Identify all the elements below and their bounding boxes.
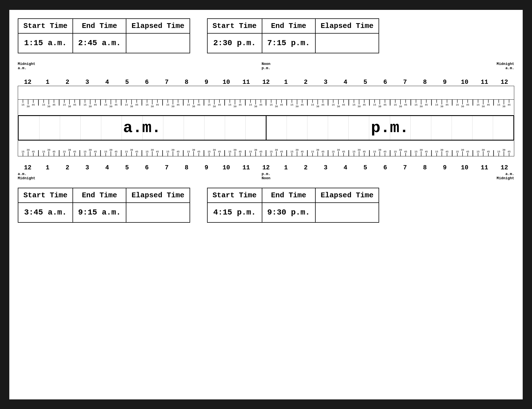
svg-rect-0 bbox=[18, 86, 514, 100]
svg-text:45: 45 bbox=[363, 104, 366, 106]
svg-text:30: 30 bbox=[172, 105, 175, 108]
svg-text:30: 30 bbox=[27, 105, 30, 108]
svg-text:45: 45 bbox=[425, 104, 428, 106]
pm-label: p.m. bbox=[267, 116, 514, 140]
svg-text:30: 30 bbox=[358, 149, 361, 152]
br-start-time: 4:15 p.m. bbox=[207, 203, 262, 222]
svg-text:45: 45 bbox=[115, 150, 118, 153]
top-right-midnight-label: Midnight a.m. bbox=[497, 62, 514, 70]
ampm-box: a.m. p.m. bbox=[18, 115, 514, 141]
svg-text:15: 15 bbox=[476, 150, 480, 153]
bl-elapsed bbox=[126, 203, 190, 222]
svg-text:15: 15 bbox=[352, 104, 355, 106]
svg-text:45: 45 bbox=[383, 104, 386, 106]
top-left-table: Start Time End Time Elapsed Time 1:15 a.… bbox=[18, 18, 190, 53]
svg-text:30: 30 bbox=[151, 149, 154, 152]
svg-text:45: 45 bbox=[445, 104, 449, 106]
bottom-right-table: Start Time End Time Elapsed Time 4:15 p.… bbox=[207, 188, 379, 223]
top-tables-row: Start Time End Time Elapsed Time 1:15 a.… bbox=[18, 18, 514, 53]
svg-text:15: 15 bbox=[166, 104, 169, 106]
svg-text:15: 15 bbox=[104, 104, 107, 106]
svg-text:30: 30 bbox=[130, 105, 133, 108]
svg-text:30: 30 bbox=[27, 149, 30, 152]
svg-text:15: 15 bbox=[476, 104, 480, 106]
svg-text:30: 30 bbox=[399, 105, 402, 108]
bottom-left-table: Start Time End Time Elapsed Time 3:45 a.… bbox=[18, 188, 190, 223]
svg-text:45: 45 bbox=[404, 150, 407, 153]
tl-start-time: 1:15 a.m. bbox=[18, 33, 73, 53]
svg-text:15: 15 bbox=[249, 150, 252, 153]
bottom-tables-row: Start Time End Time Elapsed Time 3:45 a.… bbox=[18, 188, 514, 223]
svg-text:45: 45 bbox=[404, 104, 407, 106]
svg-text:30: 30 bbox=[89, 149, 92, 152]
svg-text:15: 15 bbox=[311, 104, 314, 106]
svg-text:15: 15 bbox=[414, 150, 417, 153]
svg-text:15: 15 bbox=[311, 150, 314, 153]
svg-text:30: 30 bbox=[337, 105, 340, 108]
tl-elapsed bbox=[126, 33, 190, 53]
tl-header-start: Start Time bbox=[18, 19, 73, 33]
bl-header-end: End Time bbox=[73, 188, 126, 203]
svg-text:15: 15 bbox=[456, 104, 459, 106]
tl-end-time: 2:45 a.m. bbox=[73, 33, 126, 53]
svg-text:45: 45 bbox=[94, 150, 97, 153]
svg-text:45: 45 bbox=[156, 150, 159, 153]
svg-text:15: 15 bbox=[146, 150, 149, 153]
svg-text:30: 30 bbox=[151, 105, 154, 108]
svg-text:45: 45 bbox=[259, 150, 262, 153]
svg-text:15: 15 bbox=[332, 150, 335, 153]
bottom-tick-container: 1530451530451530451530451530451530451530… bbox=[18, 141, 514, 156]
svg-text:30: 30 bbox=[192, 105, 195, 108]
svg-text:15: 15 bbox=[125, 104, 128, 106]
svg-text:15: 15 bbox=[497, 150, 500, 153]
svg-text:45: 45 bbox=[383, 150, 386, 153]
svg-text:45: 45 bbox=[218, 150, 221, 153]
svg-text:45: 45 bbox=[239, 150, 242, 153]
svg-text:15: 15 bbox=[394, 104, 397, 106]
svg-text:30: 30 bbox=[68, 105, 71, 108]
svg-text:30: 30 bbox=[47, 105, 50, 108]
svg-text:15: 15 bbox=[249, 104, 252, 106]
svg-text:45: 45 bbox=[342, 150, 345, 153]
svg-text:45: 45 bbox=[280, 150, 283, 153]
svg-text:15: 15 bbox=[270, 104, 273, 106]
svg-text:15: 15 bbox=[208, 104, 211, 106]
svg-text:45: 45 bbox=[156, 104, 159, 106]
br-header-end: End Time bbox=[262, 188, 315, 203]
svg-text:45: 45 bbox=[342, 104, 345, 106]
svg-text:45: 45 bbox=[197, 150, 200, 153]
svg-text:15: 15 bbox=[228, 150, 231, 153]
svg-text:15: 15 bbox=[42, 150, 45, 153]
svg-text:15: 15 bbox=[435, 150, 438, 153]
tr-header-end: End Time bbox=[262, 19, 315, 33]
tr-elapsed bbox=[315, 33, 379, 53]
svg-text:30: 30 bbox=[172, 149, 175, 152]
svg-text:30: 30 bbox=[130, 149, 133, 152]
svg-text:45: 45 bbox=[177, 104, 180, 106]
svg-text:30: 30 bbox=[378, 105, 381, 108]
svg-text:45: 45 bbox=[507, 104, 511, 106]
page: Start Time End Time Elapsed Time 1:15 a.… bbox=[9, 10, 523, 399]
svg-text:15: 15 bbox=[456, 150, 459, 153]
bottom-full-ruler: 1530451530451530451530451530451530451530… bbox=[18, 141, 514, 156]
svg-text:45: 45 bbox=[177, 150, 180, 153]
svg-text:45: 45 bbox=[135, 104, 138, 106]
svg-text:30: 30 bbox=[440, 149, 443, 152]
bottom-float-labels: a.m. Midnight p.m. Noon a.m. Midnight bbox=[18, 172, 514, 182]
svg-text:30: 30 bbox=[482, 105, 485, 108]
svg-text:30: 30 bbox=[109, 149, 113, 152]
svg-text:45: 45 bbox=[507, 150, 511, 153]
svg-text:30: 30 bbox=[275, 105, 278, 108]
svg-text:45: 45 bbox=[135, 150, 138, 153]
bl-start-time: 3:45 a.m. bbox=[18, 203, 73, 222]
svg-text:30: 30 bbox=[420, 149, 423, 152]
top-right-table: Start Time End Time Elapsed Time 2:30 p.… bbox=[207, 18, 379, 53]
svg-text:45: 45 bbox=[218, 104, 221, 106]
svg-text:15: 15 bbox=[352, 150, 355, 153]
top-left-midnight-label: Midnight a.m. bbox=[18, 62, 35, 70]
svg-text:30: 30 bbox=[482, 149, 485, 152]
svg-text:45: 45 bbox=[52, 104, 56, 106]
timeline-section: Midnight a.m. Noon p.m. Midnight a.m. 12… bbox=[18, 62, 514, 182]
top-center-noon-label: Noon p.m. bbox=[261, 62, 270, 70]
svg-text:30: 30 bbox=[234, 149, 237, 152]
